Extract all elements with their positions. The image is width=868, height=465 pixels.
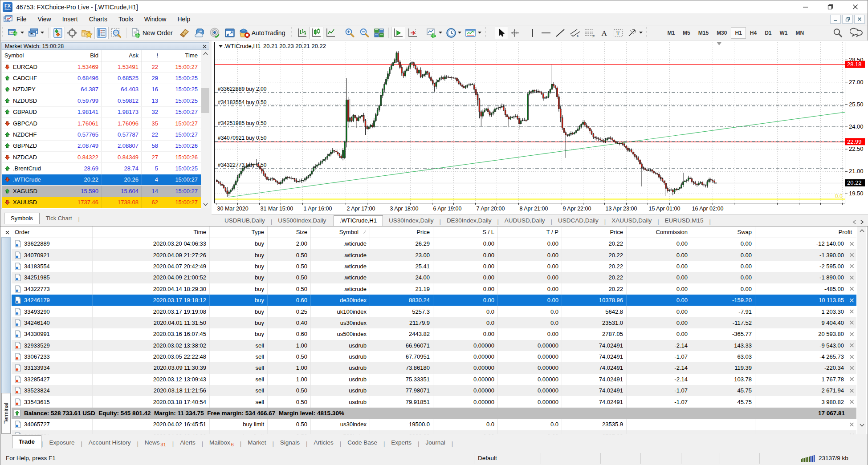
terminal-tab-code-base[interactable]: Code Base (341, 437, 383, 449)
strategy-tester-button[interactable] (109, 27, 124, 39)
column-header-symbol[interactable]: Symbol (2, 50, 63, 61)
order-row-33523824[interactable]: 335238242020.03.18 11:21:56sell0.50usdru… (12, 385, 856, 396)
crosshair-button[interactable] (508, 27, 522, 39)
menu-insert[interactable]: Insert (62, 14, 78, 24)
text-label-button[interactable]: T (611, 27, 625, 39)
column-header-swap[interactable]: Swap (691, 226, 755, 238)
close-order-icon[interactable] (849, 309, 854, 314)
close-order-icon[interactable] (849, 287, 854, 291)
market-watch-row-xauusd[interactable]: XAUUSD1737.461738.086215:00:27 (2, 197, 201, 208)
column-header-tp[interactable]: T / P (498, 226, 562, 238)
navigator-button[interactable] (79, 27, 94, 39)
restore-button[interactable] (818, 0, 843, 13)
order-row-33493290[interactable]: 334932902020.03.17 19:19:08buy0.25uk100i… (12, 306, 856, 317)
column-header-bid[interactable]: Bid (63, 50, 102, 61)
market-watch-row-gbpnzd[interactable]: GBPNZD2.087492.088075815:00:26 (2, 141, 201, 152)
close-order-icon[interactable] (849, 264, 854, 269)
timeframe-m1-button[interactable]: M1 (663, 27, 679, 39)
order-row-34246140[interactable]: 342461402020.04.01 11:31:50buy0.40us30in… (12, 317, 856, 328)
close-order-icon[interactable] (849, 400, 854, 404)
market-watch-row-gbpcad[interactable]: GBPCAD1.760611.760963515:00:27 (2, 118, 201, 129)
chart-tab--wticrude-h1[interactable]: .WTICrude,H1 (334, 215, 383, 226)
column-header-spread[interactable]: ! (142, 50, 161, 61)
vertical-line-button[interactable] (526, 27, 539, 39)
column-header-time[interactable]: Time (93, 226, 210, 238)
chart-plot-area[interactable] (215, 42, 845, 203)
market-watch-row-nzdusd[interactable]: NZDUSD0.597990.598121315:00:25 (2, 95, 201, 106)
shapes-button[interactable] (625, 27, 644, 39)
order-row-33067233[interactable]: 330672332020.03.05 22:22:48sell0.50usdru… (12, 351, 856, 362)
terminal-tab-signals[interactable]: Signals (274, 437, 306, 449)
terminal-tab-articles[interactable]: Articles (307, 437, 339, 449)
timeframe-m15-button[interactable]: M15 (694, 27, 713, 39)
terminal-tab-alerts[interactable]: Alerts (174, 437, 202, 449)
terminal-close-icon[interactable] (4, 229, 10, 235)
close-order-icon[interactable] (849, 253, 854, 258)
cursor-button[interactable] (495, 27, 508, 39)
order-row-34183554[interactable]: 341835542020.04.07 20:42:49buy0.50.wticr… (12, 261, 856, 272)
timeframe-h1-button[interactable]: H1 (731, 27, 746, 39)
order-row-34246179[interactable]: 342461792020.03.17 19:18:12buy0.60de30in… (12, 295, 856, 306)
terminal-scrollbar[interactable] (857, 226, 866, 434)
autotrading-button[interactable]: AutoTrading (237, 27, 290, 39)
market-watch-button[interactable] (51, 27, 65, 39)
close-order-icon[interactable] (849, 298, 854, 303)
column-header-open-price[interactable]: Price (370, 226, 433, 238)
chart-document-icon[interactable]: W (4, 15, 12, 23)
close-order-icon[interactable] (849, 332, 854, 336)
channel-button[interactable]: E (567, 27, 583, 39)
terminal-tab-experts[interactable]: Experts (385, 437, 418, 449)
menu-window[interactable]: Window (144, 14, 167, 24)
menu-file[interactable]: File (16, 14, 27, 24)
market-watch-row-xagusd[interactable]: XAGUSD15.59015.6041415:00:27 (2, 186, 201, 197)
mdi-close-button[interactable] (854, 15, 865, 24)
market-watch-row-nzdjpy[interactable]: NZDJPY64.38764.4031615:00:25 (2, 84, 201, 95)
toolbar-grip[interactable] (2, 27, 4, 39)
menu-charts[interactable]: Charts (89, 14, 107, 24)
metaeditor-button[interactable] (177, 27, 192, 39)
column-header-sl[interactable]: S / L (433, 226, 498, 238)
market-watch-row-eurcad[interactable]: EURCAD1.534691.534912215:00:27 (2, 61, 201, 73)
close-order-icon[interactable] (849, 377, 854, 382)
order-row-34065751[interactable]: 340657512020.04.02 16:46:22buy limit0.50… (12, 430, 856, 434)
market-watch-row-brentcrud[interactable]: .BrentCrud28.6928.74515:00:25 (2, 163, 201, 174)
toolbar-grip[interactable] (291, 27, 293, 39)
indicators-button[interactable] (424, 27, 444, 39)
scroll-down-icon[interactable] (201, 201, 210, 208)
data-window-button[interactable] (65, 27, 79, 39)
scrollbar-thumb[interactable] (201, 88, 209, 113)
zoom-out-button[interactable] (357, 27, 372, 39)
bar-chart-button[interactable] (295, 27, 309, 39)
chart-tab-xauusd-daily[interactable]: XAUUSD,Daily (606, 216, 657, 226)
market-watch-row-cadchf[interactable]: CADCHF0.684960.685252915:00:25 (2, 73, 201, 84)
timeframe-m5-button[interactable]: M5 (679, 27, 694, 39)
close-order-icon[interactable] (849, 343, 854, 348)
status-profile[interactable]: Default (478, 455, 497, 461)
chart-tab-eurusd-m15[interactable]: EURUSD,M15 (659, 216, 709, 226)
market-watch-row-nzdchf[interactable]: NZDCHF0.577650.577872215:00:27 (2, 129, 201, 140)
order-row-34070921[interactable]: 340709212020.04.09 21:27:26buy0.50.wticr… (12, 249, 856, 260)
new-chart-button[interactable] (6, 27, 26, 39)
terminal-button[interactable] (94, 27, 109, 39)
periods-button[interactable] (444, 27, 463, 39)
price-chart[interactable]: 30 Mar 202031 Mar 15:001 Apr 16:002 Apr … (212, 40, 868, 214)
market-watch-row-nzdcad[interactable]: NZDCAD0.843220.843492715:00:26 (2, 152, 201, 163)
column-header-time[interactable]: Time (161, 50, 200, 61)
scroll-up-icon[interactable] (857, 227, 866, 235)
search-button[interactable] (830, 27, 845, 39)
column-header-size[interactable]: Size (268, 226, 311, 238)
tile-windows-button[interactable] (372, 27, 386, 39)
templates-button[interactable] (463, 27, 483, 39)
terminal-tab-news[interactable]: News31 (139, 437, 172, 449)
menu-view[interactable]: View (38, 14, 51, 24)
mdi-restore-button[interactable] (842, 15, 853, 24)
terminal-tab-account-history[interactable]: Account History (82, 437, 137, 449)
chart-tab-usdcad-daily[interactable]: USDCAD,Daily (552, 216, 604, 226)
order-row-33622889[interactable]: 336228892020.03.20 04:06:33buy2.00.wticr… (12, 238, 856, 249)
terminal-tab-journal[interactable]: Journal (420, 437, 452, 449)
column-header-type[interactable]: Type (210, 226, 268, 238)
auto-scroll-button[interactable] (391, 27, 405, 39)
tab-tick-chart[interactable]: Tick Chart (40, 213, 78, 224)
timeframe-w1-button[interactable]: W1 (776, 27, 792, 39)
terminal-tab-market[interactable]: Market (241, 437, 272, 449)
